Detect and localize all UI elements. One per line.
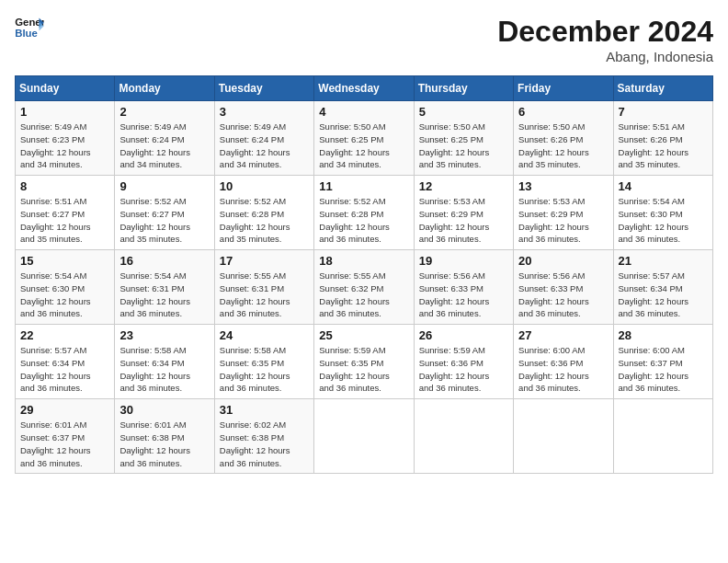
calendar-cell bbox=[514, 399, 613, 474]
location-subtitle: Abang, Indonesia bbox=[497, 49, 713, 64]
calendar-cell: 2Sunrise: 5:49 AM Sunset: 6:24 PM Daylig… bbox=[115, 101, 214, 176]
day-info: Sunrise: 5:52 AM Sunset: 6:27 PM Dayligh… bbox=[119, 195, 209, 246]
calendar-cell: 9Sunrise: 5:52 AM Sunset: 6:27 PM Daylig… bbox=[115, 176, 214, 250]
day-info: Sunrise: 6:01 AM Sunset: 6:37 PM Dayligh… bbox=[20, 419, 109, 469]
day-number: 13 bbox=[518, 179, 608, 193]
calendar-cell: 31Sunrise: 6:02 AM Sunset: 6:38 PM Dayli… bbox=[214, 399, 313, 474]
day-number: 15 bbox=[20, 254, 109, 268]
calendar-cell bbox=[414, 399, 513, 474]
day-info: Sunrise: 6:00 AM Sunset: 6:37 PM Dayligh… bbox=[619, 344, 708, 395]
day-number: 26 bbox=[419, 328, 508, 342]
day-number: 14 bbox=[619, 179, 708, 193]
day-info: Sunrise: 5:51 AM Sunset: 6:26 PM Dayligh… bbox=[619, 121, 708, 171]
calendar-cell: 1Sunrise: 5:49 AM Sunset: 6:23 PM Daylig… bbox=[16, 101, 115, 176]
day-number: 11 bbox=[319, 179, 408, 193]
calendar-cell: 13Sunrise: 5:53 AM Sunset: 6:29 PM Dayli… bbox=[514, 176, 613, 250]
logo: General Blue bbox=[15, 15, 44, 40]
day-number: 22 bbox=[20, 328, 109, 342]
day-info: Sunrise: 5:55 AM Sunset: 6:32 PM Dayligh… bbox=[319, 270, 408, 320]
day-info: Sunrise: 5:52 AM Sunset: 6:28 PM Dayligh… bbox=[319, 195, 408, 246]
day-info: Sunrise: 5:49 AM Sunset: 6:24 PM Dayligh… bbox=[119, 121, 209, 171]
day-info: Sunrise: 6:01 AM Sunset: 6:38 PM Dayligh… bbox=[119, 419, 209, 469]
day-info: Sunrise: 5:59 AM Sunset: 6:36 PM Dayligh… bbox=[419, 344, 508, 395]
calendar-cell bbox=[314, 399, 414, 474]
calendar-cell bbox=[613, 399, 712, 474]
day-info: Sunrise: 5:50 AM Sunset: 6:26 PM Dayligh… bbox=[518, 121, 608, 171]
week-row-4: 22Sunrise: 5:57 AM Sunset: 6:34 PM Dayli… bbox=[16, 325, 713, 399]
day-number: 2 bbox=[119, 105, 209, 119]
calendar-cell: 28Sunrise: 6:00 AM Sunset: 6:37 PM Dayli… bbox=[613, 325, 712, 399]
logo-icon: General Blue bbox=[15, 15, 44, 40]
calendar-cell: 24Sunrise: 5:58 AM Sunset: 6:35 PM Dayli… bbox=[214, 325, 313, 399]
day-number: 21 bbox=[619, 254, 708, 268]
calendar-body: 1Sunrise: 5:49 AM Sunset: 6:23 PM Daylig… bbox=[16, 101, 713, 474]
day-info: Sunrise: 5:54 AM Sunset: 6:31 PM Dayligh… bbox=[119, 270, 209, 320]
calendar-cell: 26Sunrise: 5:59 AM Sunset: 6:36 PM Dayli… bbox=[414, 325, 513, 399]
header-thursday: Thursday bbox=[414, 76, 513, 101]
day-info: Sunrise: 5:54 AM Sunset: 6:30 PM Dayligh… bbox=[619, 195, 708, 246]
calendar-cell: 3Sunrise: 5:49 AM Sunset: 6:24 PM Daylig… bbox=[214, 101, 313, 176]
day-number: 9 bbox=[119, 179, 209, 193]
calendar-cell: 17Sunrise: 5:55 AM Sunset: 6:31 PM Dayli… bbox=[214, 250, 313, 325]
calendar-cell: 7Sunrise: 5:51 AM Sunset: 6:26 PM Daylig… bbox=[613, 101, 712, 176]
header-monday: Monday bbox=[115, 76, 214, 101]
day-info: Sunrise: 5:57 AM Sunset: 6:34 PM Dayligh… bbox=[20, 344, 109, 395]
calendar-cell: 19Sunrise: 5:56 AM Sunset: 6:33 PM Dayli… bbox=[414, 250, 513, 325]
calendar-cell: 16Sunrise: 5:54 AM Sunset: 6:31 PM Dayli… bbox=[115, 250, 214, 325]
day-info: Sunrise: 5:54 AM Sunset: 6:30 PM Dayligh… bbox=[20, 270, 109, 320]
calendar-cell: 29Sunrise: 6:01 AM Sunset: 6:37 PM Dayli… bbox=[16, 399, 115, 474]
calendar-cell: 30Sunrise: 6:01 AM Sunset: 6:38 PM Dayli… bbox=[115, 399, 214, 474]
day-info: Sunrise: 5:56 AM Sunset: 6:33 PM Dayligh… bbox=[419, 270, 508, 320]
calendar-cell: 12Sunrise: 5:53 AM Sunset: 6:29 PM Dayli… bbox=[414, 176, 513, 250]
day-info: Sunrise: 5:56 AM Sunset: 6:33 PM Dayligh… bbox=[518, 270, 608, 320]
calendar-cell: 23Sunrise: 5:58 AM Sunset: 6:34 PM Dayli… bbox=[115, 325, 214, 399]
day-info: Sunrise: 5:50 AM Sunset: 6:25 PM Dayligh… bbox=[319, 121, 408, 171]
day-info: Sunrise: 5:51 AM Sunset: 6:27 PM Dayligh… bbox=[20, 195, 109, 246]
calendar-cell: 18Sunrise: 5:55 AM Sunset: 6:32 PM Dayli… bbox=[314, 250, 414, 325]
calendar-cell: 5Sunrise: 5:50 AM Sunset: 6:25 PM Daylig… bbox=[414, 101, 513, 176]
day-info: Sunrise: 5:58 AM Sunset: 6:34 PM Dayligh… bbox=[119, 344, 209, 395]
day-info: Sunrise: 5:59 AM Sunset: 6:35 PM Dayligh… bbox=[319, 344, 408, 395]
day-info: Sunrise: 5:57 AM Sunset: 6:34 PM Dayligh… bbox=[619, 270, 708, 320]
day-number: 25 bbox=[319, 328, 408, 342]
header-friday: Friday bbox=[514, 76, 613, 101]
header-wednesday: Wednesday bbox=[314, 76, 414, 101]
day-number: 18 bbox=[319, 254, 408, 268]
day-info: Sunrise: 5:50 AM Sunset: 6:25 PM Dayligh… bbox=[419, 121, 508, 171]
day-info: Sunrise: 5:49 AM Sunset: 6:23 PM Dayligh… bbox=[20, 121, 109, 171]
day-number: 5 bbox=[419, 105, 508, 119]
calendar-cell: 15Sunrise: 5:54 AM Sunset: 6:30 PM Dayli… bbox=[16, 250, 115, 325]
calendar-cell: 11Sunrise: 5:52 AM Sunset: 6:28 PM Dayli… bbox=[314, 176, 414, 250]
day-info: Sunrise: 5:53 AM Sunset: 6:29 PM Dayligh… bbox=[419, 195, 508, 246]
day-info: Sunrise: 5:53 AM Sunset: 6:29 PM Dayligh… bbox=[518, 195, 608, 246]
day-info: Sunrise: 6:00 AM Sunset: 6:36 PM Dayligh… bbox=[518, 344, 608, 395]
day-number: 1 bbox=[20, 105, 109, 119]
day-number: 12 bbox=[419, 179, 508, 193]
calendar-cell: 8Sunrise: 5:51 AM Sunset: 6:27 PM Daylig… bbox=[16, 176, 115, 250]
day-number: 10 bbox=[220, 179, 309, 193]
calendar-cell: 21Sunrise: 5:57 AM Sunset: 6:34 PM Dayli… bbox=[613, 250, 712, 325]
calendar-cell: 14Sunrise: 5:54 AM Sunset: 6:30 PM Dayli… bbox=[613, 176, 712, 250]
day-number: 28 bbox=[619, 328, 708, 342]
day-number: 27 bbox=[518, 328, 608, 342]
day-number: 24 bbox=[220, 328, 309, 342]
day-number: 17 bbox=[220, 254, 309, 268]
day-number: 3 bbox=[220, 105, 309, 119]
day-number: 31 bbox=[220, 403, 309, 417]
svg-text:Blue: Blue bbox=[15, 28, 38, 39]
day-number: 8 bbox=[20, 179, 109, 193]
day-number: 6 bbox=[518, 105, 608, 119]
header-sunday: Sunday bbox=[16, 76, 115, 101]
day-number: 20 bbox=[518, 254, 608, 268]
day-number: 19 bbox=[419, 254, 508, 268]
month-title: December 2024 bbox=[497, 15, 713, 49]
calendar-cell: 6Sunrise: 5:50 AM Sunset: 6:26 PM Daylig… bbox=[514, 101, 613, 176]
calendar-table: SundayMondayTuesdayWednesdayThursdayFrid… bbox=[15, 75, 713, 474]
day-number: 30 bbox=[119, 403, 209, 417]
day-number: 23 bbox=[119, 328, 209, 342]
page-header: General Blue December 2024 Abang, Indone… bbox=[15, 15, 713, 64]
day-info: Sunrise: 6:02 AM Sunset: 6:38 PM Dayligh… bbox=[220, 419, 309, 469]
title-block: December 2024 Abang, Indonesia bbox=[497, 15, 713, 64]
calendar-cell: 22Sunrise: 5:57 AM Sunset: 6:34 PM Dayli… bbox=[16, 325, 115, 399]
day-info: Sunrise: 5:52 AM Sunset: 6:28 PM Dayligh… bbox=[220, 195, 309, 246]
